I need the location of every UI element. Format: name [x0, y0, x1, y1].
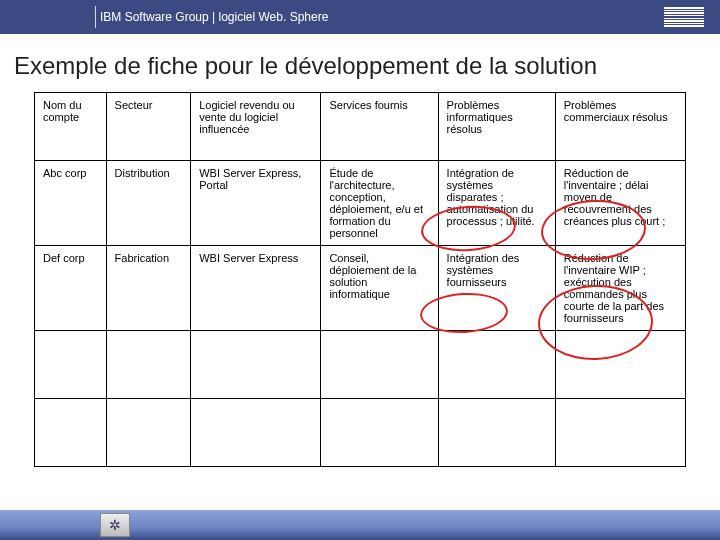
header-bar: IBM Software Group | logiciel Web. Spher…	[0, 0, 720, 34]
cell-software	[191, 399, 321, 467]
cell-sector	[106, 331, 191, 399]
solution-table-wrap: Nom du compte Secteur Logiciel revendu o…	[0, 92, 720, 467]
cell-it-problems	[438, 331, 555, 399]
cell-sector: Fabrication	[106, 246, 191, 331]
ibm-logo-icon	[664, 7, 704, 26]
page-title: Exemple de fiche pour le développement d…	[0, 34, 720, 92]
table-row: Abc corp Distribution WBI Server Express…	[35, 161, 686, 246]
col-header-biz-problems: Problèmes commerciaux résolus	[555, 93, 685, 161]
table-header-row: Nom du compte Secteur Logiciel revendu o…	[35, 93, 686, 161]
cell-sector: Distribution	[106, 161, 191, 246]
cell-services	[321, 331, 438, 399]
col-header-sector: Secteur	[106, 93, 191, 161]
cell-it-problems	[438, 399, 555, 467]
cell-account	[35, 399, 107, 467]
col-header-software: Logiciel revendu ou vente du logiciel in…	[191, 93, 321, 161]
footer-badge-icon: ✲	[100, 513, 130, 537]
solution-table: Nom du compte Secteur Logiciel revendu o…	[34, 92, 686, 467]
cell-it-problems: Intégration de systèmes disparates ; aut…	[438, 161, 555, 246]
col-header-it-problems: Problèmes informatiques résolus	[438, 93, 555, 161]
cell-it-problems: Intégration des systèmes fournisseurs	[438, 246, 555, 331]
cell-services: Conseil, déploiement de la solution info…	[321, 246, 438, 331]
cell-software: WBI Server Express	[191, 246, 321, 331]
header-breadcrumb: IBM Software Group | logiciel Web. Spher…	[100, 10, 328, 24]
header-divider	[95, 6, 96, 28]
cell-biz-problems: Réduction de l'inventaire WIP ; exécutio…	[555, 246, 685, 331]
col-header-services: Services fournis	[321, 93, 438, 161]
footer-bar: ✲	[0, 510, 720, 540]
col-header-account: Nom du compte	[35, 93, 107, 161]
cell-account: Abc corp	[35, 161, 107, 246]
table-row: Def corp Fabrication WBI Server Express …	[35, 246, 686, 331]
cell-biz-problems	[555, 331, 685, 399]
cell-software	[191, 331, 321, 399]
table-row	[35, 399, 686, 467]
cell-software: WBI Server Express, Portal	[191, 161, 321, 246]
table-row	[35, 331, 686, 399]
cell-services: Étude de l'architecture, conception, dép…	[321, 161, 438, 246]
cell-account	[35, 331, 107, 399]
cell-services	[321, 399, 438, 467]
cell-account: Def corp	[35, 246, 107, 331]
cell-sector	[106, 399, 191, 467]
cell-biz-problems: Réduction de l'inventaire ; délai moyen …	[555, 161, 685, 246]
cell-biz-problems	[555, 399, 685, 467]
